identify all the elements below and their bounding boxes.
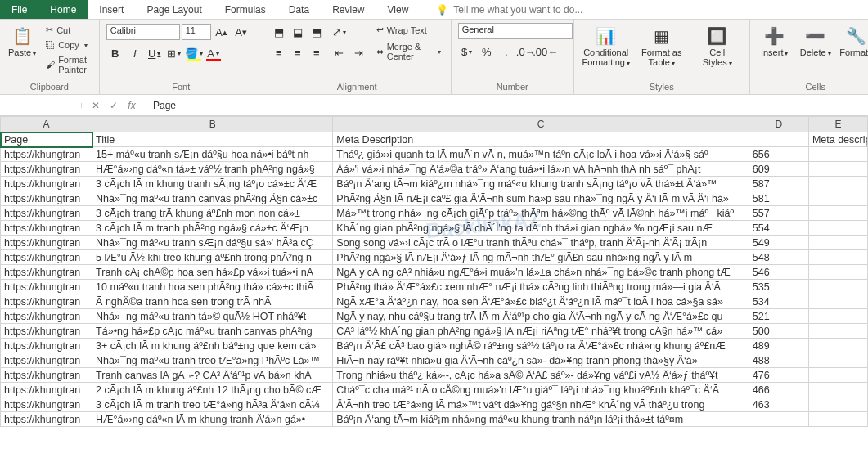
- cell[interactable]: https://khungtran: [1, 412, 92, 427]
- cell[interactable]: [749, 412, 808, 427]
- cell[interactable]: Meta Description: [333, 132, 749, 147]
- enter-formula-icon[interactable]: ✓: [106, 100, 121, 111]
- cell[interactable]: Tháº¿ giá»›i quanh ta lÃ muÃ´n vÃ n, muá…: [333, 147, 749, 162]
- cell[interactable]: HÆ°á»›ng dáº«n tá»± váº½ tranh phÃ²ng ng…: [92, 162, 333, 177]
- format-painter-button[interactable]: 🖌Format Painter: [43, 53, 92, 76]
- increase-indent-button[interactable]: ⇥: [350, 43, 368, 61]
- cell[interactable]: 557: [749, 206, 808, 221]
- cell[interactable]: [808, 324, 867, 339]
- cell[interactable]: [808, 412, 867, 427]
- cell[interactable]: 3 cÃ¡ch lÃ m khung tranh sÃ¡ng táº¡o cá»…: [92, 177, 333, 191]
- cell[interactable]: 587: [749, 177, 808, 191]
- align-top-icon[interactable]: ⬒: [270, 23, 288, 41]
- cell[interactable]: KhÃ´ng gian phÃ²ng ngá»§ lÃ chÃ´Ì'ng ta …: [333, 221, 749, 236]
- underline-button[interactable]: U▾: [146, 44, 164, 62]
- cell[interactable]: https://khungtran: [1, 368, 92, 383]
- cell[interactable]: [808, 383, 867, 397]
- cell[interactable]: [749, 132, 808, 147]
- cell[interactable]: Tranh cÃ¡ chÃ©p hoa sen há»£p vá»›i tuá»…: [92, 265, 333, 280]
- cell[interactable]: 2 cÃ¡ch lÃ m khung áº£nh 12 thÃ¡ng cho b…: [92, 383, 333, 397]
- cell[interactable]: Nhá»¯ng máº«u tranh tá»© quÃ½ HOT nháº¥t: [92, 309, 333, 324]
- col-header-e[interactable]: E: [808, 117, 867, 132]
- cell[interactable]: [808, 191, 867, 206]
- cell[interactable]: [808, 339, 867, 353]
- cell[interactable]: Nhá»¯ng máº«u tranh sÆ¡n dáº§u sá»' hÃ³a…: [92, 236, 333, 250]
- cell[interactable]: Ã nghÄ©a tranh hoa sen trong trÃ­ nhÃ: [92, 294, 333, 309]
- orientation-button[interactable]: ⤢▾: [331, 23, 349, 41]
- cell[interactable]: 581: [749, 191, 808, 206]
- increase-font-icon[interactable]: A▴: [213, 23, 231, 41]
- cell[interactable]: 5 lÆ°u Ã½ khi treo khung áº£nh trong phÃ…: [92, 250, 333, 265]
- cell[interactable]: 466: [749, 383, 808, 397]
- tab-formulas[interactable]: Formulas: [214, 0, 277, 19]
- cell[interactable]: NgÃ xÆ°a Ä‘áº¿n nay, hoa sen Ä‘Æ°á»£c bi…: [333, 294, 749, 309]
- cell[interactable]: Báº¡n Ä‘ang tÃ¬m kiáº¿m nhá»¯ng máº«u kh…: [333, 177, 749, 191]
- tab-file[interactable]: File: [0, 0, 38, 19]
- currency-button[interactable]: $▾: [458, 43, 476, 61]
- cell[interactable]: [808, 177, 867, 191]
- cell[interactable]: 10 máº«u tranh hoa sen phÃ²ng thá» cá»±c…: [92, 280, 333, 294]
- cell[interactable]: 535: [749, 280, 808, 294]
- col-header-c[interactable]: C: [333, 117, 749, 132]
- col-header-b[interactable]: B: [92, 117, 333, 132]
- cell[interactable]: NgÃ y nay, nhu cáº§u trang trÃ­ lÃ m Ä‘á…: [333, 309, 749, 324]
- cell[interactable]: https://khungtran: [1, 353, 92, 368]
- font-color-button[interactable]: A▾: [205, 44, 223, 62]
- align-right-icon[interactable]: ≡: [308, 43, 326, 61]
- col-header-a[interactable]: A: [1, 117, 92, 132]
- cell[interactable]: https://khungtran: [1, 162, 92, 177]
- cell[interactable]: PhÃ²ng ngá»§ lÃ nÆ¡i Ä‘á»ƒ lÃ ng mÃ¬nh t…: [333, 250, 749, 265]
- cell[interactable]: https://khungtran: [1, 280, 92, 294]
- number-format-select[interactable]: General: [458, 23, 573, 39]
- cell[interactable]: Má»™t trong nhá»¯ng cÃ¡ch giÃºp tráº» th…: [333, 206, 749, 221]
- cell[interactable]: HÆ°á»›ng dáº«n lÃ m khung tranh Ä'á»n gá…: [92, 412, 333, 427]
- cell[interactable]: Song song vá»›i cÃ¡c trÃ o lÆ°u tranh th…: [333, 236, 749, 250]
- delete-cells-button[interactable]: ➖ Delete▾: [798, 23, 834, 60]
- name-box[interactable]: [0, 103, 82, 108]
- italic-button[interactable]: I: [126, 44, 144, 62]
- align-left-icon[interactable]: ≡: [270, 43, 288, 61]
- cell[interactable]: https://khungtran: [1, 294, 92, 309]
- copy-button[interactable]: ⿻Copy▾: [43, 38, 91, 52]
- font-size-select[interactable]: 11: [182, 24, 211, 40]
- cell[interactable]: [808, 162, 867, 177]
- cell[interactable]: [808, 353, 867, 368]
- cell[interactable]: 3 cÃ¡ch trang trÃ­ khung áº£nh mon non c…: [92, 206, 333, 221]
- cell[interactable]: Trong nhiá»u tháº¿ ká»·-, cÃ¡c há»a sÄ© …: [333, 368, 749, 383]
- cell[interactable]: Ä‘Ã¬nh treo tÆ°á»ng lÃ má»™t váº­t dá»¥n…: [333, 397, 749, 412]
- font-name-select[interactable]: Calibri: [106, 24, 180, 40]
- cell[interactable]: [808, 206, 867, 221]
- cell[interactable]: Äá»'i vá»›i nhá»¯ng Ä‘á»©a tráº» Ä‘ang t…: [333, 162, 749, 177]
- borders-button[interactable]: ⊞▾: [165, 44, 183, 62]
- cell[interactable]: CÃ³ láº½ khÃ´ng gian phÃ²ng ngá»§ lÃ nÆ¡…: [333, 324, 749, 339]
- cell[interactable]: 656: [749, 147, 808, 162]
- format-cells-button[interactable]: 🔧 Format▾: [839, 23, 868, 60]
- cell[interactable]: Nhá»¯ng máº«u tranh canvas phÃ²ng Ä§n cá…: [92, 191, 333, 206]
- cell[interactable]: Cháº¯c cha máº¹ nÃ o cÅ©ng muá»'n lÆ°u g…: [333, 383, 749, 397]
- cell[interactable]: [808, 368, 867, 383]
- cell[interactable]: Tá»•ng há»£p cÃ¡c máº«u tranh canvas phÃ…: [92, 324, 333, 339]
- cell[interactable]: [808, 294, 867, 309]
- decrease-font-icon[interactable]: A▾: [232, 23, 250, 41]
- cell[interactable]: 534: [749, 294, 808, 309]
- cell[interactable]: Tranh canvas lÃ gÃ¬-? CÃ³ Ä‘áº¹p vÃ bá»n…: [92, 368, 333, 383]
- cell[interactable]: https://khungtran: [1, 265, 92, 280]
- decrease-indent-button[interactable]: ⇤: [331, 43, 349, 61]
- spreadsheet-grid[interactable]: A B C D E PageTitleMeta DescriptionMeta …: [0, 116, 868, 427]
- cell[interactable]: https://khungtran: [1, 236, 92, 250]
- col-header-d[interactable]: D: [749, 117, 808, 132]
- merge-center-button[interactable]: ⬌Merge & Center▾: [373, 40, 444, 63]
- fill-color-button[interactable]: 🪣▾: [185, 44, 203, 62]
- fx-button[interactable]: fx: [124, 100, 139, 111]
- cell[interactable]: 488: [749, 353, 808, 368]
- cell[interactable]: 521: [749, 309, 808, 324]
- cell[interactable]: https://khungtran: [1, 177, 92, 191]
- cell[interactable]: Nhá»¯ng máº«u tranh treo tÆ°á»ng PhÃºc L…: [92, 353, 333, 368]
- cell[interactable]: Meta description length: [808, 132, 867, 147]
- cell[interactable]: Page: [1, 132, 92, 147]
- comma-button[interactable]: ,: [497, 43, 515, 61]
- bold-button[interactable]: B: [106, 44, 124, 62]
- wrap-text-button[interactable]: ↩Wrap Text: [373, 23, 430, 37]
- cell[interactable]: [808, 280, 867, 294]
- align-middle-icon[interactable]: ⬓: [289, 23, 307, 41]
